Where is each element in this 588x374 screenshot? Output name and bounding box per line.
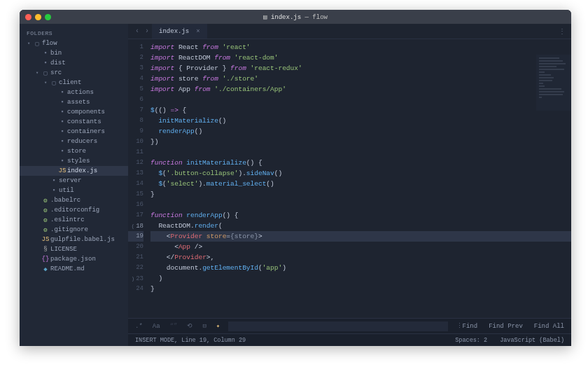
code-line[interactable]: )	[150, 273, 571, 284]
tree-item-util[interactable]: ▪util	[20, 186, 128, 195]
line-number[interactable]: 11	[128, 147, 144, 158]
highlight-icon[interactable]: ✦	[216, 322, 220, 330]
sidebar[interactable]: FOLDERS ▾▢flow▪bin▪dist▾▢src▾▢client▪act…	[20, 24, 128, 346]
find-input[interactable]	[228, 321, 447, 331]
code-line[interactable]: function renderApp() {	[150, 210, 571, 221]
in-selection-icon[interactable]: ⊟	[202, 322, 206, 330]
tree-item-index-js[interactable]: JSindex.js	[20, 166, 128, 176]
line-number[interactable]: 19	[128, 231, 144, 242]
tab-overflow-icon[interactable]: ⋮	[559, 27, 566, 36]
tab-prev-icon[interactable]: ‹	[132, 27, 142, 35]
line-number[interactable]: (18	[128, 221, 144, 231]
code-line[interactable]: function initMaterialize() {	[150, 158, 571, 168]
tree-item--eslintrc[interactable]: ⚙.eslintrc	[20, 215, 128, 225]
tree-item-client[interactable]: ▾▢client	[20, 78, 128, 88]
tree-item-reducers[interactable]: ▪reducers	[20, 137, 128, 146]
line-number[interactable]: 20	[128, 242, 144, 252]
minimap[interactable]	[536, 55, 571, 111]
code-line[interactable]: import store from './store'	[150, 74, 571, 84]
tree-item-license[interactable]: §LICENSE	[20, 244, 128, 254]
code-area[interactable]: 1234567891011121314151617(1819202122)232…	[128, 39, 571, 318]
regex-toggle-icon[interactable]: .*	[135, 323, 143, 330]
line-number[interactable]: )23	[128, 273, 144, 284]
code-line[interactable]: <Provider store={store}>	[150, 231, 571, 242]
tab-next-icon[interactable]: ›	[142, 27, 152, 35]
close-window-button[interactable]	[25, 14, 31, 20]
line-number[interactable]: 13	[128, 168, 144, 179]
line-number[interactable]: 1	[128, 42, 144, 53]
line-number[interactable]: 24	[128, 284, 144, 294]
line-number[interactable]: 8	[128, 116, 144, 126]
line-number[interactable]: 7	[128, 105, 144, 116]
status-language[interactable]: JavaScript (Babel)	[500, 337, 564, 344]
find-prev-button[interactable]: Find Prev	[489, 323, 523, 330]
line-number[interactable]: 15	[128, 189, 144, 200]
tab-close-icon[interactable]: ×	[196, 28, 200, 35]
code-line[interactable]: }	[150, 189, 571, 200]
tree-item-assets[interactable]: ▪assets	[20, 97, 128, 107]
line-number[interactable]: 12	[128, 158, 144, 168]
tree-item-gulpfile-babel-js[interactable]: JSgulpfile.babel.js	[20, 235, 128, 244]
line-number[interactable]: 5	[128, 84, 144, 95]
code-line[interactable]: $(() => {	[150, 105, 571, 116]
find-button[interactable]: Find	[463, 323, 478, 330]
case-toggle-icon[interactable]: Aa	[153, 323, 160, 330]
tree-item-containers[interactable]: ▪containers	[20, 127, 128, 137]
tree-item-package-json[interactable]: {}package.json	[20, 254, 128, 264]
find-all-button[interactable]: Find All	[534, 323, 564, 330]
tree-item-server[interactable]: ▪server	[20, 176, 128, 186]
line-number[interactable]: 21	[128, 252, 144, 263]
tree-item--editorconfig[interactable]: ⚙.editorconfig	[20, 205, 128, 215]
wrap-toggle-icon[interactable]: ⟲	[187, 322, 192, 330]
tree-arrow-icon[interactable]: ▾	[25, 41, 32, 46]
status-spaces[interactable]: Spaces: 2	[455, 337, 487, 344]
code-line[interactable]	[150, 95, 571, 105]
line-number[interactable]: 16	[128, 200, 144, 210]
code-line[interactable]: import React from 'react'	[150, 42, 571, 53]
maximize-window-button[interactable]	[45, 14, 51, 20]
code-line[interactable]: $('.button-collapse').sideNav()	[150, 168, 571, 179]
tree-arrow-icon[interactable]: ▾	[42, 80, 49, 85]
minimize-window-button[interactable]	[35, 14, 41, 20]
line-number[interactable]: 22	[128, 263, 144, 273]
code-line[interactable]: import ReactDOM from 'react-dom'	[150, 53, 571, 63]
tree-item-store[interactable]: ▪store	[20, 146, 128, 156]
titlebar[interactable]: ▤ index.js — flow	[20, 10, 571, 24]
tree-item-readme-md[interactable]: ◆README.md	[20, 264, 128, 274]
code-line[interactable]: <App />	[150, 242, 571, 252]
code-line[interactable]	[150, 147, 571, 158]
tree-arrow-icon[interactable]: ▾	[34, 70, 41, 76]
tree-item-components[interactable]: ▪components	[20, 107, 128, 117]
tree-item-actions[interactable]: ▪actions	[20, 88, 128, 97]
whole-word-icon[interactable]: “”	[170, 323, 178, 330]
line-number[interactable]: 6	[128, 95, 144, 105]
line-number[interactable]: 14	[128, 179, 144, 189]
line-number[interactable]: 4	[128, 74, 144, 84]
line-number[interactable]: 10	[128, 137, 144, 147]
code-line[interactable]: }	[150, 284, 571, 294]
tree-item-bin[interactable]: ▪bin	[20, 48, 128, 58]
code-content[interactable]: import React from 'react'import ReactDOM…	[148, 39, 571, 318]
tree-item-src[interactable]: ▾▢src	[20, 68, 128, 78]
find-more-icon[interactable]: ⋮	[456, 322, 463, 330]
tree-item-constants[interactable]: ▪constants	[20, 117, 128, 127]
code-line[interactable]: renderApp()	[150, 126, 571, 137]
code-line[interactable]: ReactDOM.render(	[150, 221, 571, 231]
code-line[interactable]	[150, 200, 571, 210]
code-line[interactable]: import App from './containers/App'	[150, 84, 571, 95]
code-line[interactable]: })	[150, 137, 571, 147]
tree-item--babelrc[interactable]: ⚙.babelrc	[20, 195, 128, 205]
tree-item--gitignore[interactable]: ⚙.gitignore	[20, 225, 128, 235]
code-line[interactable]: document.getElementById('app')	[150, 263, 571, 273]
line-number[interactable]: 2	[128, 53, 144, 63]
tab-index-js[interactable]: index.js ×	[152, 24, 207, 39]
code-line[interactable]: </Provider>,	[150, 252, 571, 263]
code-line[interactable]: $('select').material_select()	[150, 179, 571, 189]
code-line[interactable]: initMaterialize()	[150, 116, 571, 126]
tree-item-dist[interactable]: ▪dist	[20, 58, 128, 68]
tree-item-styles[interactable]: ▪styles	[20, 156, 128, 166]
line-number[interactable]: 17	[128, 210, 144, 221]
line-number[interactable]: 9	[128, 126, 144, 137]
tree-item-flow[interactable]: ▾▢flow	[20, 39, 128, 48]
line-number[interactable]: 3	[128, 63, 144, 74]
